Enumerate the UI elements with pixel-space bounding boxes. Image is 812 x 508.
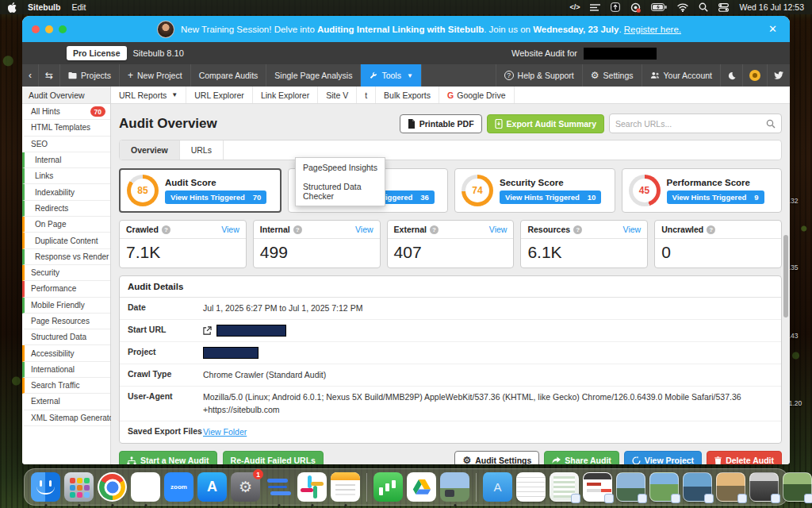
sidebar-item-international[interactable]: International	[22, 362, 110, 378]
box-up-icon[interactable]	[611, 2, 620, 12]
tab-bulk-exports[interactable]: Bulk Exports	[376, 87, 439, 103]
pro-license-badge[interactable]: Pro License	[67, 46, 127, 60]
view-hints-triggered-button[interactable]: View Hints Triggered70	[165, 190, 266, 204]
tab-url-explorer[interactable]: URL Explorer	[186, 87, 253, 103]
tab-urls[interactable]: URLs	[180, 140, 224, 160]
dock-minimized-photo-icon[interactable]	[649, 472, 679, 502]
help-icon[interactable]: ?	[707, 225, 715, 234]
dock-minimized-spreadsheet-icon[interactable]	[550, 472, 579, 502]
tab-google-drive[interactable]: GGoogle Drive	[439, 87, 514, 103]
menubar-edit-menu[interactable]: Edit	[71, 2, 86, 12]
sidebar-item-mobile-friendly[interactable]: Mobile Friendly	[22, 298, 110, 314]
start-a-new-audit-button[interactable]: Start a New Audit	[119, 451, 217, 464]
dock-app-store-icon[interactable]: A	[197, 472, 227, 502]
dock-minimized-photo-icon[interactable]	[749, 472, 779, 502]
nav-twitter-icon[interactable]	[767, 64, 790, 87]
view-folder-link[interactable]: View Folder	[203, 426, 247, 438]
search-urls-input[interactable]	[615, 119, 766, 129]
menubar-app-name[interactable]: Sitebulb	[28, 2, 60, 12]
sidebar-item-page-resources[interactable]: Page Resources	[22, 314, 110, 329]
code-icon[interactable]: </>	[569, 3, 580, 11]
sidebar-item-all-hints[interactable]: All Hints70	[22, 104, 110, 120]
share-audit-button[interactable]: Share Audit	[544, 451, 619, 464]
view-link[interactable]: View	[221, 225, 239, 234]
audit-settings-button[interactable]: ⚙Audit Settings	[454, 451, 539, 464]
sidebar-item-search-traffic[interactable]: Search Traffic	[22, 378, 110, 394]
view-link[interactable]: View	[355, 225, 373, 234]
nav-settings[interactable]: ⚙Settings	[582, 64, 642, 87]
nav-swap-arrows-icon[interactable]: ⇆	[39, 64, 60, 87]
sidebar-item-security[interactable]: Security	[22, 265, 110, 281]
view-link[interactable]: View	[489, 225, 508, 234]
dock-launchpad-icon[interactable]	[64, 472, 94, 502]
sidebar-item-xml-sitemap-generator[interactable]: XML Sitemap Generator	[22, 410, 110, 426]
dock-minimized-photo-icon[interactable]	[616, 472, 645, 502]
battery-icon[interactable]	[651, 3, 667, 11]
sidebar-item-external[interactable]: External	[22, 394, 110, 410]
register-link[interactable]: Register here.	[624, 25, 681, 34]
dock-minimized-photo-icon[interactable]	[783, 472, 812, 502]
apple-logo-icon[interactable]	[8, 2, 17, 13]
dock-minimized-photo-icon[interactable]	[716, 472, 745, 502]
view-hints-triggered-button[interactable]: View Hints Triggered9	[667, 190, 764, 204]
view-project-button[interactable]: View Project	[624, 451, 702, 464]
view-link[interactable]: View	[623, 225, 642, 234]
zoom-window-button[interactable]	[59, 25, 67, 33]
scrollbar-thumb[interactable]	[783, 235, 788, 318]
tab-overview[interactable]: Overview	[120, 140, 180, 160]
nav-tools[interactable]: Tools▼	[361, 64, 421, 87]
external-link-icon[interactable]	[203, 326, 212, 335]
record-dot-icon[interactable]	[630, 2, 641, 13]
dock-tasks-app-icon[interactable]	[264, 472, 293, 502]
dock-minimized-browser-window-icon[interactable]	[583, 472, 612, 502]
control-center-icon[interactable]	[718, 3, 729, 12]
nav-chevron-left-icon[interactable]: ‹	[22, 64, 39, 87]
sidebar-item-performance[interactable]: Performance	[22, 281, 110, 297]
view-hints-triggered-button[interactable]: View Hints Triggered10	[500, 190, 601, 204]
export-audit-summary-button[interactable]: Export Audit Summary	[487, 114, 604, 133]
tab-link-explorer[interactable]: Link Explorer	[253, 87, 318, 103]
sidebar-header[interactable]: Audit Overview	[22, 87, 110, 104]
sidebar-item-response-vs-render[interactable]: Response vs Render	[22, 249, 110, 265]
sidebar-item-redirects[interactable]: Redirects	[22, 201, 110, 217]
delete-audit-button[interactable]: Delete Audit	[707, 451, 782, 464]
minimize-window-button[interactable]	[45, 25, 53, 33]
help-icon[interactable]: ?	[573, 225, 582, 234]
dock-google-drive-icon[interactable]	[407, 472, 436, 502]
sidebar-item-internal[interactable]: Internal	[22, 152, 110, 168]
tab-url-reports[interactable]: URL Reports▼	[111, 87, 186, 103]
help-icon[interactable]: ?	[293, 225, 302, 234]
nav-moon-icon[interactable]	[720, 64, 742, 87]
tools-menu-item-pagespeed-insights[interactable]: PageSpeed Insights	[296, 158, 385, 177]
score-card-security-score[interactable]: 74Security ScoreView Hints Triggered10	[454, 168, 615, 213]
nav-projects[interactable]: Projects	[60, 64, 120, 87]
dock-minimized-document-icon[interactable]	[516, 472, 546, 502]
help-icon[interactable]: ?	[430, 225, 439, 234]
sidebar-item-links[interactable]: Links	[22, 168, 110, 184]
sidebar-item-html-templates[interactable]: HTML Templates	[22, 120, 110, 136]
dock-slack-icon[interactable]	[297, 472, 327, 502]
nav-single-page-analysis[interactable]: Single Page Analysis	[266, 64, 361, 87]
nav-new-project[interactable]: +New Project	[120, 64, 191, 87]
dock-vscode-icon[interactable]	[131, 472, 160, 502]
tab-t[interactable]: t	[357, 87, 376, 103]
nav-help-support[interactable]: ?Help & Support	[496, 64, 582, 87]
wifi-icon[interactable]	[677, 3, 688, 12]
dock-photo-window-icon[interactable]	[440, 472, 469, 502]
sidebar-item-structured-data[interactable]: Structured Data	[22, 329, 110, 345]
sidebar-item-on-page[interactable]: On Page	[22, 217, 110, 233]
nav-your-account[interactable]: Your Account	[642, 64, 721, 87]
banner-close-icon[interactable]: ✕	[765, 23, 780, 35]
dock-analytics-app-icon[interactable]	[373, 472, 403, 502]
sidebar-item-indexability[interactable]: Indexability	[22, 184, 110, 200]
dock-zoom-icon[interactable]: zoom	[164, 472, 193, 502]
sidebar-item-seo[interactable]: SEO	[22, 137, 110, 152]
dock-system-settings-icon[interactable]: ⚙1	[231, 472, 260, 502]
dock-applications-folder-icon[interactable]: A	[483, 472, 512, 502]
re-audit-failed-urls-button[interactable]: Re-Audit Failed URLs	[223, 451, 324, 464]
dock-notes-icon[interactable]	[331, 472, 360, 502]
nav-sitebulb-bulb-icon[interactable]	[742, 64, 767, 87]
help-icon[interactable]: ?	[162, 225, 170, 234]
search-icon[interactable]	[699, 2, 708, 12]
menubar-clock[interactable]: Wed 16 Jul 12:53	[739, 2, 804, 12]
